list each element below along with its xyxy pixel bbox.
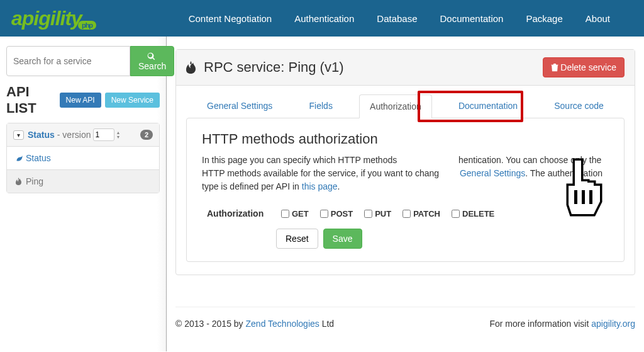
auth-row-label: Authorization — [207, 208, 270, 219]
footer: © 2013 - 2015 by Zend Technologies Ltd F… — [175, 307, 635, 340]
service-panel: RPC service: Ping (v1) Delete service Ge… — [175, 49, 635, 275]
general-settings-link[interactable]: General Settings — [460, 168, 525, 178]
this-page-link[interactable]: this page — [302, 181, 338, 191]
version-select[interactable] — [93, 128, 114, 141]
nav-authentication[interactable]: Authentication — [286, 6, 363, 31]
leaf-icon — [16, 154, 23, 162]
tab-documentation[interactable]: Documentation — [448, 94, 528, 118]
nav-package[interactable]: Package — [517, 6, 571, 31]
main-content: RPC service: Ping (v1) Delete service Ge… — [167, 37, 644, 351]
brand-logo[interactable]: apigilityphp — [6, 7, 101, 30]
method-post[interactable]: POST — [320, 209, 353, 219]
zend-link[interactable]: Zend Technologies — [246, 319, 319, 329]
nav-about[interactable]: About — [577, 6, 619, 31]
auth-methods-row: Authorization GET POST PUT PATCH DELETE — [202, 203, 609, 229]
auth-description: In this page you can specify which HTTP … — [202, 154, 609, 193]
tab-bar: General Settings Fields Authorization Do… — [176, 94, 635, 118]
auth-heading: HTTP methods authorization — [202, 131, 609, 147]
checkbox-put[interactable] — [364, 210, 372, 218]
version-stepper[interactable]: ▲▼ — [116, 130, 120, 139]
sidebar: Search API LIST New API New Service ▾ St… — [0, 37, 167, 351]
sidebar-item-status[interactable]: Status — [7, 147, 159, 170]
nav-content-negotiation[interactable]: Content Negotiation — [180, 6, 281, 31]
footer-info: For more information visit apigility.org — [489, 319, 635, 329]
api-panel: ▾ Status - version ▲▼ 2 Status Ping — [6, 123, 160, 193]
checkbox-patch[interactable] — [402, 210, 411, 218]
version-label: - version — [57, 130, 91, 140]
api-collapse-toggle[interactable]: ▾ — [13, 130, 24, 140]
delete-service-button[interactable]: Delete service — [543, 57, 625, 77]
sidebar-item-ping[interactable]: Ping — [7, 170, 159, 193]
authorization-content: HTTP methods authorization In this page … — [186, 118, 625, 262]
new-service-button[interactable]: New Service — [105, 93, 160, 108]
copyright: © 2013 - 2015 by Zend Technologies Ltd — [175, 319, 334, 329]
checkbox-get[interactable] — [281, 210, 289, 218]
service-count-badge: 2 — [140, 130, 153, 140]
search-icon — [147, 52, 155, 60]
search-input[interactable] — [6, 46, 130, 76]
tab-general-settings[interactable]: General Settings — [197, 94, 282, 118]
apigility-link[interactable]: apigility.org — [591, 319, 635, 329]
nav-database[interactable]: Database — [368, 6, 426, 31]
nav-documentation[interactable]: Documentation — [431, 6, 513, 31]
save-button[interactable]: Save — [323, 229, 362, 249]
api-name-link[interactable]: Status — [28, 130, 55, 140]
new-api-button[interactable]: New API — [60, 93, 101, 108]
api-list-title: API LIST — [6, 84, 56, 116]
api-header: ▾ Status - version ▲▼ 2 — [7, 123, 159, 147]
service-title: RPC service: Ping (v1) — [186, 59, 344, 76]
checkbox-post[interactable] — [320, 210, 328, 218]
tab-authorization[interactable]: Authorization — [359, 94, 432, 118]
method-get[interactable]: GET — [281, 209, 309, 219]
checkbox-delete[interactable] — [452, 210, 460, 218]
method-patch[interactable]: PATCH — [402, 209, 440, 219]
tab-source-code[interactable]: Source code — [544, 94, 614, 118]
nav-links: Content Negotiation Authentication Datab… — [180, 6, 638, 31]
trash-icon — [551, 64, 558, 72]
brand-text: apigility — [11, 7, 82, 30]
fire-icon — [16, 178, 23, 185]
brand-pill: php — [78, 21, 96, 30]
tab-fields[interactable]: Fields — [299, 94, 343, 118]
top-nav: apigilityphp Content Negotiation Authent… — [0, 0, 644, 37]
fire-icon — [186, 61, 199, 74]
method-put[interactable]: PUT — [364, 209, 391, 219]
method-delete[interactable]: DELETE — [452, 209, 494, 219]
reset-button[interactable]: Reset — [276, 229, 318, 249]
